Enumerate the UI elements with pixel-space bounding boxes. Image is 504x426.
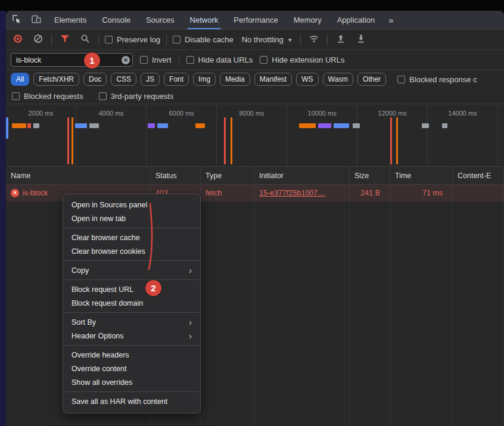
toolbar-separator xyxy=(327,35,328,45)
menu-item-label: Open in Sources panel xyxy=(71,201,147,209)
hide-extension-urls-group: Hide extension URLs xyxy=(260,55,344,64)
invert-group: Invert xyxy=(140,55,172,64)
menu-copy[interactable]: Copy xyxy=(63,263,200,277)
menu-divider xyxy=(63,345,200,346)
menu-item-label: Show all overrides xyxy=(71,378,132,387)
more-tabs-icon[interactable] xyxy=(382,11,399,29)
waterfall-bars xyxy=(6,117,504,164)
menu-override-headers[interactable]: Override headers xyxy=(63,348,200,362)
menu-item-label: Clear browser cookies xyxy=(71,247,145,256)
inspect-element-button[interactable] xyxy=(6,11,26,29)
menu-divider xyxy=(63,279,200,280)
pill-media[interactable]: Media xyxy=(220,73,250,86)
annotation-step-1-badge: 1 xyxy=(84,52,100,69)
tab-label: Memory xyxy=(294,15,322,24)
tick-label: 12000 ms xyxy=(378,110,406,117)
network-toolbar: Preserve log Disable cache No throttling xyxy=(6,30,504,50)
tab-label: Application xyxy=(337,15,375,24)
search-button[interactable] xyxy=(78,33,92,47)
filter-input[interactable] xyxy=(11,53,133,67)
menu-item-label: Sort By xyxy=(71,318,96,327)
waterfall-bar xyxy=(442,123,447,128)
window-background-left xyxy=(0,0,6,426)
waterfall-bar xyxy=(299,123,316,128)
network-conditions-button[interactable] xyxy=(307,33,321,47)
tab-console[interactable]: Console xyxy=(94,11,138,29)
menu-item-label: Block request domain xyxy=(71,299,143,307)
menu-block-request-url[interactable]: Block request URL xyxy=(63,282,200,296)
initiator-link[interactable]: 15-e377f25b1007… xyxy=(259,189,325,197)
pill-img[interactable]: Img xyxy=(193,73,216,86)
column-header-type[interactable]: Type xyxy=(201,167,254,184)
menu-save-all-as-har[interactable]: Save all as HAR with content xyxy=(63,394,200,408)
waterfall-bar xyxy=(231,117,232,164)
column-header-initiator[interactable]: Initiator xyxy=(254,167,350,184)
menu-divider xyxy=(63,312,200,313)
menu-header-options[interactable]: Header Options xyxy=(63,329,200,343)
blocked-response-checkbox[interactable] xyxy=(397,76,405,83)
tab-performance[interactable]: Performance xyxy=(226,11,285,29)
menu-clear-browser-cookies[interactable]: Clear browser cookies xyxy=(63,244,200,258)
disable-cache-checkbox[interactable] xyxy=(173,36,181,43)
clear-network-log-button[interactable] xyxy=(31,33,45,47)
blocked-requests-checkbox[interactable] xyxy=(12,92,20,100)
cell-time: 71 ms xyxy=(390,185,453,201)
window-background-top xyxy=(0,0,504,11)
column-header-status[interactable]: Status xyxy=(151,167,201,184)
device-toolbar-button[interactable] xyxy=(26,11,46,29)
type-value: fetch xyxy=(206,189,222,197)
device-toolbar-icon xyxy=(31,14,42,27)
pill-css[interactable]: CSS xyxy=(111,73,136,86)
waterfall-bar xyxy=(89,123,99,128)
clear-filter-icon[interactable] xyxy=(122,56,130,64)
waterfall-bar xyxy=(224,117,226,164)
pill-all[interactable]: All xyxy=(11,73,29,86)
tab-label: Sources xyxy=(146,15,175,24)
pill-manifest[interactable]: Manifest xyxy=(254,73,292,86)
pill-wasm[interactable]: Wasm xyxy=(323,73,354,86)
network-overview[interactable]: 2000 ms 4000 ms 6000 ms 8000 ms 10000 ms… xyxy=(6,104,504,167)
tab-label: Network xyxy=(190,15,219,24)
tab-memory[interactable]: Memory xyxy=(286,11,329,29)
upload-icon xyxy=(336,34,346,46)
pill-js[interactable]: JS xyxy=(141,73,160,86)
menu-open-in-sources-panel[interactable]: Open in Sources panel xyxy=(63,198,200,212)
pill-other[interactable]: Other xyxy=(357,73,386,86)
import-har-button[interactable] xyxy=(334,33,348,47)
cell-content-encoding xyxy=(453,185,504,201)
tab-elements[interactable]: Elements xyxy=(46,11,94,29)
record-network-log-button[interactable] xyxy=(11,33,25,47)
filter-toggle-button[interactable] xyxy=(58,33,72,47)
tab-sources[interactable]: Sources xyxy=(138,11,182,29)
pill-doc[interactable]: Doc xyxy=(83,73,107,86)
preserve-log-checkbox[interactable] xyxy=(105,36,113,43)
menu-override-content[interactable]: Override content xyxy=(63,362,200,375)
pill-ws[interactable]: WS xyxy=(296,73,318,86)
column-header-name[interactable]: Name xyxy=(6,167,151,184)
hide-data-urls-label: Hide data URLs xyxy=(198,55,253,64)
column-header-content-encoding[interactable]: Content-E xyxy=(453,167,504,184)
menu-divider xyxy=(63,228,200,228)
export-har-button[interactable] xyxy=(354,33,368,47)
tab-application[interactable]: Application xyxy=(329,11,383,29)
third-party-requests-checkbox[interactable] xyxy=(99,92,107,100)
column-header-time[interactable]: Time xyxy=(390,167,453,184)
menu-divider xyxy=(63,260,200,261)
tab-network[interactable]: Network xyxy=(182,11,226,29)
search-icon xyxy=(80,34,90,46)
menu-block-request-domain[interactable]: Block request domain xyxy=(63,296,200,310)
menu-open-in-new-tab[interactable]: Open in new tab xyxy=(63,212,200,225)
menu-divider xyxy=(63,391,200,392)
menu-sort-by[interactable]: Sort By xyxy=(63,315,200,329)
hide-data-urls-checkbox[interactable] xyxy=(186,56,194,64)
invert-checkbox[interactable] xyxy=(140,56,148,64)
hide-extension-urls-checkbox[interactable] xyxy=(260,56,267,64)
throttling-select[interactable]: No throttling xyxy=(239,35,294,44)
tick-label: 8000 ms xyxy=(239,110,264,117)
menu-clear-browser-cache[interactable]: Clear browser cache xyxy=(63,231,200,244)
menu-show-all-overrides[interactable]: Show all overrides xyxy=(63,375,200,389)
pill-fetch-xhr[interactable]: Fetch/XHR xyxy=(33,73,79,86)
pill-font[interactable]: Font xyxy=(164,73,189,86)
column-header-size[interactable]: Size xyxy=(350,167,390,184)
menu-item-label: Override headers xyxy=(71,351,129,359)
